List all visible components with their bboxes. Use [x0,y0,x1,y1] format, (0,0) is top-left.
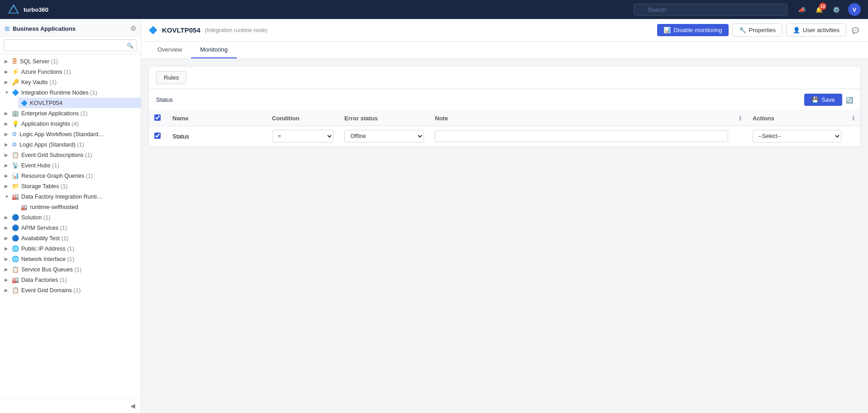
sidebar-label-data-factory-integration: Data Factory Integration Runti… [21,194,102,200]
search-input[interactable] [634,4,787,16]
sidebar-item-public-ip[interactable]: ▶ 🌐 Public IP Address (1) [0,243,141,254]
sidebar-label-logic-apps-standard: Logic Apps (Standard) (1) [19,141,84,148]
header-checkbox[interactable] [154,114,161,121]
sidebar-search-wrap [0,37,141,54]
sidebar-label-data-factories: Data Factories (1) [21,276,67,283]
sidebar-label-kovltp054: KOVLTP054 [30,100,62,106]
main-layout: ⊞ Business Applications ⚙ 🔍 ▶ 🗄 SQL Serv… [0,19,868,413]
data-factories-icon: 🏭 [12,276,19,283]
tab-overview[interactable]: Overview [148,42,191,58]
sidebar-item-solution[interactable]: ▶ 🔵 Solution (1) [0,212,141,223]
row-condition-cell: = != > < [267,126,339,147]
sidebar-item-event-grid-domains[interactable]: ▶ 📋 Event Grid Domains (1) [0,285,141,295]
disable-monitoring-button[interactable]: 📊 Disable monitoring [657,24,729,36]
sidebar-item-event-grid-subs[interactable]: ▶ 📋 Event Grid Subscriptions (1) [0,150,141,160]
sidebar-label-event-grid-subs: Event Grid Subscriptions (1) [21,152,92,158]
tab-monitoring[interactable]: Monitoring [191,42,237,58]
info-icon-1: ℹ [739,115,741,122]
announcements-button[interactable]: 📣 [796,4,807,15]
error-status-select[interactable]: Offline Online Unknown Error [344,130,424,142]
sidebar-item-storage-tables[interactable]: ▶ 📁 Storage Tables (1) [0,181,141,191]
grid-icon: ⊞ [5,25,10,32]
sidebar-label-integration-runtime: Integration Runtime Nodes (1) [21,89,97,96]
sidebar-item-data-factory-integration[interactable]: ▼ 🏭 Data Factory Integration Runti… [0,191,141,202]
sidebar-item-enterprise-apps[interactable]: ▶ 🏢 Enterprise Applications (1) [0,108,141,119]
properties-label: Properties [749,27,776,33]
save-button[interactable]: 💾 Save [804,94,842,106]
sidebar-label-availability-test: Availability Test (1) [21,235,68,242]
sidebar-item-integration-runtime[interactable]: ▼ 🔷 Integration Runtime Nodes (1) [0,87,141,98]
row-checkbox[interactable] [154,133,161,139]
chevron-right-icon: ▶ [5,225,10,230]
sidebar-item-apim-services[interactable]: ▶ 🔵 APIM Services (1) [0,223,141,233]
status-bar: Status 💾 Save 🔄 [149,89,860,111]
th-check [149,111,167,126]
row-name-cell: Status [167,126,267,147]
sidebar-item-service-bus[interactable]: ▶ 📋 Service Bus Queues (1) [0,264,141,275]
sidebar-item-resource-graph[interactable]: ▶ 📊 Resource Graph Queries (1) [0,171,141,181]
sidebar-item-key-vaults[interactable]: ▶ 🔑 Key Vaults (1) [0,77,141,87]
properties-button[interactable]: 🔧 Properties [732,24,782,37]
more-options-button[interactable]: 💬 [850,24,861,36]
sidebar-item-azure-functions[interactable]: ▶ ⚡ Azure Functions (1) [0,66,141,77]
user-avatar[interactable]: V [848,3,861,16]
sidebar-item-kovltp054[interactable]: 🔷 KOVLTP054 [18,98,141,108]
rules-tab[interactable]: Rules [156,71,186,84]
row-actions-cell: --Select-- Alert Notify [747,126,847,147]
logo-icon [7,3,20,16]
condition-select[interactable]: = != > < [272,130,334,142]
sidebar-settings-button[interactable]: ⚙ [130,24,136,33]
network-interface-icon: 🌐 [12,256,19,262]
content-header: 🔷 KOVLTP054 (Integration runtime node) 📊… [141,19,868,42]
row-note-cell [429,126,734,147]
content-tabs: Overview Monitoring [141,42,868,59]
chevron-right-icon: ▶ [5,236,10,241]
rules-table-header: Name Condition Error status Note [149,111,860,126]
sidebar-item-network-interface[interactable]: ▶ 🌐 Network Interface (1) [0,254,141,264]
th-actions-label: Actions [753,115,774,122]
sidebar-item-runtime-selfhosted[interactable]: 🏭 runtime-selfhosted [18,202,141,212]
sidebar: ⊞ Business Applications ⚙ 🔍 ▶ 🗄 SQL Serv… [0,19,141,413]
public-ip-icon: 🌐 [12,245,19,252]
sidebar-label-apim-services: APIM Services (1) [21,224,67,231]
chevron-right-icon: ▶ [5,80,10,85]
note-input[interactable] [435,130,728,142]
th-error-status-label: Error status [344,115,378,122]
chevron-down-icon: ▼ [5,90,10,95]
chevron-right-icon: ▶ [5,59,10,64]
actions-select[interactable]: --Select-- Alert Notify [753,130,841,142]
chevron-down-icon: ▼ [5,194,10,199]
chevron-right-icon: ▶ [5,267,10,272]
content-header-right: 📊 Disable monitoring 🔧 Properties 👤 User… [657,24,861,37]
sidebar-collapse-button[interactable]: ◀ [129,400,137,411]
sidebar-label-service-bus: Service Bus Queues (1) [21,266,81,273]
azure-functions-icon: ⚡ [12,68,19,75]
sidebar-item-sql-server[interactable]: ▶ 🗄 SQL Server (1) [0,56,141,66]
row-info2-cell [847,126,860,147]
sidebar-item-app-insights[interactable]: ▶ 💡 Application Insights (4) [0,119,141,129]
kovltp054-icon: 🔷 [21,100,28,106]
integration-runtime-children: 🔷 KOVLTP054 [0,98,141,108]
sidebar-item-logic-apps-standard[interactable]: ▶ ⚙ Logic Apps (Standard) (1) [0,139,141,150]
row-error-status-cell: Offline Online Unknown Error [339,126,429,147]
sidebar-item-event-hubs[interactable]: ▶ 📡 Event Hubs (1) [0,160,141,171]
sidebar-search-input[interactable] [4,39,137,51]
notification-badge: 13 [819,3,826,10]
sidebar-item-logic-workflows[interactable]: ▶ ⚙ Logic App Workflows (Standard… [0,129,141,139]
sidebar-item-data-factories[interactable]: ▶ 🏭 Data Factories (1) [0,275,141,285]
resource-graph-icon: 📊 [12,172,19,179]
chevron-right-icon: ▶ [5,163,10,168]
sidebar-header: ⊞ Business Applications ⚙ [0,19,141,37]
tab-overview-label: Overview [157,46,182,53]
chevron-right-icon: ▶ [5,152,10,157]
chevron-right-icon: ▶ [5,256,10,261]
sidebar-label-event-hubs: Event Hubs (1) [21,162,59,169]
sidebar-item-availability-test[interactable]: ▶ 🔵 Availability Test (1) [0,233,141,243]
sidebar-label-app-insights: Application Insights (4) [21,120,79,127]
th-note: Note [429,111,734,126]
user-activities-button[interactable]: 👤 User activities [786,24,846,37]
notifications-button[interactable]: 🔔 13 [814,4,825,15]
refresh-button[interactable]: 🔄 [846,96,853,104]
settings-button[interactable]: ⚙️ [831,4,842,15]
rules-table-body: Status = != > < [149,126,860,147]
